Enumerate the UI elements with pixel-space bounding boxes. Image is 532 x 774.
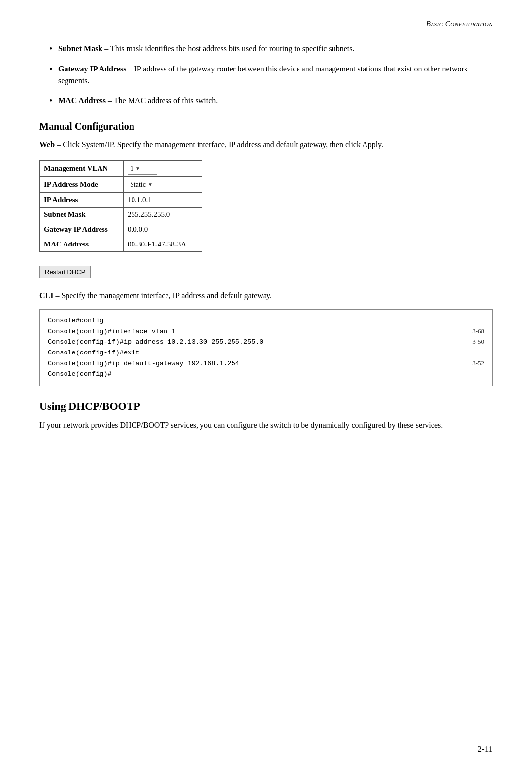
table-row-gateway: Gateway IP Address 0.0.0.0 — [40, 222, 202, 237]
manual-config-heading: Manual Configuration — [39, 121, 493, 132]
code-text-4: Console(config-if)#exit — [48, 348, 474, 358]
vlan-select-arrow: ▼ — [135, 165, 140, 172]
bullet-dot-2: • — [49, 63, 58, 75]
table-row-mac: MAC Address 00-30-F1-47-58-3A — [40, 237, 202, 252]
ip-mode-select[interactable]: Static ▼ — [128, 179, 157, 191]
table-row-subnet-mask: Subnet Mask 255.255.255.0 — [40, 208, 202, 222]
cli-intro: CLI – Specify the management interface, … — [39, 290, 493, 302]
bullet-sep-2: – — [128, 65, 134, 73]
value-management-vlan: 1 ▼ — [124, 161, 202, 177]
restart-dhcp-button[interactable]: Restart DHCP — [39, 266, 91, 278]
web-intro-text: Click System/IP. Specify the management … — [63, 141, 383, 149]
web-sep: – — [57, 141, 63, 149]
code-line-4: Console(config-if)#exit — [48, 348, 484, 358]
code-block: Console#config Console(config)#interface… — [39, 309, 493, 386]
value-mac-address: 00-30-F1-47-58-3A — [124, 237, 202, 252]
label-gateway-ip: Gateway IP Address — [40, 222, 124, 237]
code-line-1: Console#config — [48, 316, 484, 326]
bullet-sep-3: – — [108, 96, 114, 105]
table-row-ip-address: IP Address 10.1.0.1 — [40, 193, 202, 208]
dhcp-text: If your network provides DHCP/BOOTP serv… — [39, 420, 493, 432]
bullet-item-gateway: • Gateway IP Address – IP address of the… — [39, 63, 493, 87]
code-line-6: Console(config)# — [48, 369, 484, 380]
label-management-vlan: Management VLAN — [40, 161, 124, 177]
value-subnet-mask: 255.255.255.0 — [124, 208, 202, 222]
management-vlan-select[interactable]: 1 ▼ — [128, 163, 157, 175]
code-line-3: Console(config-if)#ip address 10.2.13.30… — [48, 337, 484, 348]
code-text-6: Console(config)# — [48, 369, 474, 380]
code-text-2: Console(config)#interface vlan 1 — [48, 326, 463, 337]
table-row-vlan: Management VLAN 1 ▼ — [40, 161, 202, 177]
vlan-select-value: 1 — [130, 164, 133, 174]
bullet-text-gateway: Gateway IP Address – IP address of the g… — [58, 63, 493, 87]
label-mac-address: MAC Address — [40, 237, 124, 252]
code-line-2: Console(config)#interface vlan 1 3-68 — [48, 326, 484, 337]
bullet-item-subnet: • Subnet Mask – This mask identifies the… — [39, 43, 493, 55]
bullet-term-mac: MAC Address — [58, 96, 106, 105]
ip-mode-select-value: Static — [130, 180, 146, 190]
bullet-dot-1: • — [49, 43, 58, 55]
cli-label: CLI — [39, 291, 53, 300]
ip-mode-select-arrow: ▼ — [148, 181, 153, 188]
bullet-term-gateway: Gateway IP Address — [58, 65, 126, 73]
bullet-text-mac: MAC Address – The MAC address of this sw… — [58, 95, 218, 106]
header-title: Basic Configuration — [426, 20, 493, 28]
bullet-desc-mac: The MAC address of this switch. — [114, 96, 218, 105]
value-ip-address: 10.1.0.1 — [124, 193, 202, 208]
page-number: 2-11 — [477, 744, 493, 754]
bullet-dot-3: • — [49, 95, 58, 107]
code-text-5: Console(config)#ip default-gateway 192.1… — [48, 358, 463, 369]
label-ip-address-mode: IP Address Mode — [40, 176, 124, 193]
code-ref-2: 3-68 — [472, 326, 484, 337]
code-text-3: Console(config-if)#ip address 10.2.13.30… — [48, 337, 463, 348]
code-line-5: Console(config)#ip default-gateway 192.1… — [48, 358, 484, 369]
cli-text: Specify the management interface, IP add… — [61, 291, 272, 300]
cli-sep: – — [55, 291, 61, 300]
web-label: Web — [39, 141, 55, 149]
dhcp-heading: Using DHCP/BOOTP — [39, 400, 493, 413]
bullet-text-subnet: Subnet Mask – This mask identifies the h… — [58, 43, 354, 55]
value-gateway-ip: 0.0.0.0 — [124, 222, 202, 237]
table-row-ip-mode: IP Address Mode Static ▼ — [40, 176, 202, 193]
config-table: Management VLAN 1 ▼ IP Address Mode Stat… — [39, 160, 202, 252]
code-text-1: Console#config — [48, 316, 474, 326]
label-ip-address: IP Address — [40, 193, 124, 208]
bullet-desc-subnet: This mask identifies the host address bi… — [110, 44, 354, 53]
value-ip-address-mode: Static ▼ — [124, 176, 202, 193]
bullet-item-mac: • MAC Address – The MAC address of this … — [39, 95, 493, 107]
manual-config-intro: Web – Click System/IP. Specify the manag… — [39, 139, 493, 151]
bullet-section: • Subnet Mask – This mask identifies the… — [39, 43, 493, 107]
label-subnet-mask: Subnet Mask — [40, 208, 124, 222]
code-ref-3: 3-50 — [472, 337, 484, 347]
page-header: Basic Configuration — [39, 20, 493, 28]
code-ref-5: 3-52 — [472, 358, 484, 369]
bullet-sep-1: – — [104, 44, 110, 53]
bullet-term-subnet: Subnet Mask — [58, 44, 102, 53]
